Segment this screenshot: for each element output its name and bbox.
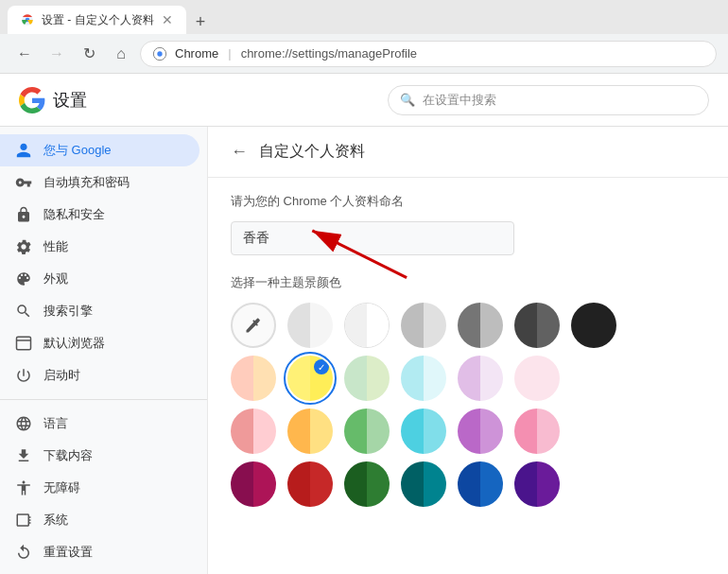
color-row-1: [231, 303, 705, 348]
accessibility-icon: [15, 479, 32, 496]
active-tab[interactable]: 设置 - 自定义个人资料 ✕: [8, 6, 186, 34]
color-yellow[interactable]: ✓: [287, 356, 333, 401]
sidebar-item-startup[interactable]: 启动时: [0, 359, 199, 391]
sidebar-item-search[interactable]: 搜索引擎: [0, 295, 199, 327]
url-text: chrome://settings/manageProfile: [241, 46, 417, 61]
forward-button[interactable]: →: [43, 41, 70, 67]
color-black[interactable]: [571, 303, 616, 348]
sidebar-label-performance: 性能: [43, 238, 68, 255]
profile-name-input[interactable]: [231, 221, 514, 255]
site-icon: [152, 46, 167, 61]
color-row-3: [231, 409, 705, 454]
sidebar-item-performance[interactable]: 性能: [0, 231, 199, 263]
color-pink-light[interactable]: [514, 356, 560, 401]
color-salmon[interactable]: [231, 409, 276, 454]
url-separator: |: [228, 46, 231, 61]
color-teal[interactable]: [401, 409, 446, 454]
power-icon: [15, 367, 32, 384]
download-icon: [15, 447, 32, 464]
system-icon: [15, 512, 32, 529]
home-button[interactable]: ⌂: [108, 41, 134, 67]
color-lavender[interactable]: [458, 356, 503, 401]
settings-title: 设置: [53, 89, 87, 112]
color-green[interactable]: [344, 409, 390, 454]
sidebar-label-language: 语言: [43, 415, 68, 432]
color-light-gray[interactable]: [287, 303, 333, 348]
sidebar-item-language[interactable]: 语言: [0, 408, 199, 440]
settings-search[interactable]: 🔍 在设置中搜索: [388, 85, 709, 115]
tab-bar: 设置 - 自定义个人资料 ✕ +: [0, 0, 728, 34]
sidebar-item-system[interactable]: 系统: [0, 504, 199, 536]
browser-toolbar: ← → ↻ ⌂ Chrome | chrome://settings/manag…: [0, 34, 728, 74]
sidebar-item-extensions[interactable]: 扩展程序 ↗: [0, 568, 199, 574]
palette-icon: [15, 270, 32, 287]
color-row-2: ✓: [231, 356, 705, 401]
selected-checkmark: ✓: [314, 359, 329, 374]
sidebar-label-browser: 默认浏览器: [43, 335, 105, 352]
back-button[interactable]: ←: [11, 41, 38, 67]
color-mint[interactable]: [344, 356, 390, 401]
back-button[interactable]: ←: [231, 142, 248, 162]
color-purple-dark[interactable]: [514, 461, 560, 507]
sidebar-label-reset: 重置设置: [43, 544, 93, 561]
color-dark-red[interactable]: [287, 461, 333, 507]
page-title: 自定义个人资料: [259, 142, 365, 162]
svg-point-3: [157, 51, 162, 56]
sidebar-item-autofill[interactable]: 自动填充和密码: [0, 166, 199, 199]
color-navy[interactable]: [458, 461, 503, 507]
refresh-button[interactable]: ↻: [76, 41, 102, 67]
search-icon: [15, 303, 32, 320]
performance-icon: [15, 238, 32, 255]
language-icon: [15, 415, 32, 432]
color-cyan-light[interactable]: [401, 356, 446, 401]
sidebar-label-search: 搜索引擎: [43, 303, 93, 320]
sidebar-item-privacy[interactable]: 隐私和安全: [0, 199, 199, 231]
color-orange[interactable]: [287, 409, 333, 454]
color-near-black[interactable]: [514, 303, 560, 348]
color-dark-gray[interactable]: [458, 303, 503, 348]
sidebar-label-autofill: 自动填充和密码: [43, 174, 130, 191]
search-placeholder: 在设置中搜索: [423, 92, 496, 109]
sidebar-label-system: 系统: [43, 512, 68, 529]
tab-favicon: [21, 13, 34, 26]
sidebar-item-reset[interactable]: 重置设置: [0, 536, 199, 568]
browser-icon: [15, 335, 32, 352]
color-rose[interactable]: [514, 409, 560, 454]
color-white[interactable]: [344, 303, 390, 348]
color-forest[interactable]: [344, 461, 390, 507]
svg-rect-4: [17, 337, 31, 350]
sidebar-label-privacy: 隐私和安全: [43, 206, 105, 223]
main-content: ← 自定义个人资料 请为您的 Chrome 个人资料命名 选择一种主题景颜色: [208, 127, 728, 574]
sidebar-item-google[interactable]: 您与 Google: [0, 134, 199, 166]
sidebar-item-browser[interactable]: 默认浏览器: [0, 327, 199, 359]
new-tab-button[interactable]: +: [190, 12, 212, 32]
tab-close-button[interactable]: ✕: [162, 12, 173, 27]
color-dark-teal[interactable]: [401, 461, 446, 507]
settings-layout: 您与 Google 自动填充和密码 隐私和安全 性能 外观: [0, 127, 728, 574]
sidebar-item-appearance[interactable]: 外观: [0, 263, 199, 295]
google-logo: [19, 87, 45, 113]
page-header: ← 自定义个人资料: [208, 127, 728, 178]
sidebar-label-google: 您与 Google: [43, 142, 112, 159]
color-row-4: [231, 461, 705, 507]
color-mid-gray[interactable]: [401, 303, 446, 348]
color-crimson[interactable]: [231, 461, 276, 507]
chrome-label: Chrome: [175, 46, 218, 61]
key-icon: [15, 174, 32, 191]
sidebar-item-accessibility[interactable]: 无障碍: [0, 472, 199, 504]
color-peach[interactable]: [231, 356, 276, 401]
sidebar-item-downloads[interactable]: 下载内容: [0, 440, 199, 472]
custom-color-button[interactable]: [231, 303, 276, 348]
name-section-label: 请为您的 Chrome 个人资料命名: [208, 178, 728, 217]
color-grid: ✓: [208, 303, 728, 507]
color-purple-light[interactable]: [458, 409, 503, 454]
address-bar[interactable]: Chrome | chrome://settings/manageProfile: [140, 41, 717, 67]
sidebar-label-downloads: 下载内容: [43, 447, 93, 464]
tab-title: 设置 - 自定义个人资料: [42, 12, 154, 28]
sidebar: 您与 Google 自动填充和密码 隐私和安全 性能 外观: [0, 127, 208, 574]
reset-icon: [15, 544, 32, 561]
color-section-label: 选择一种主题景颜色: [208, 270, 728, 303]
lock-icon: [15, 206, 32, 223]
settings-header: 设置 🔍 在设置中搜索: [0, 74, 728, 127]
search-icon: 🔍: [400, 93, 415, 107]
